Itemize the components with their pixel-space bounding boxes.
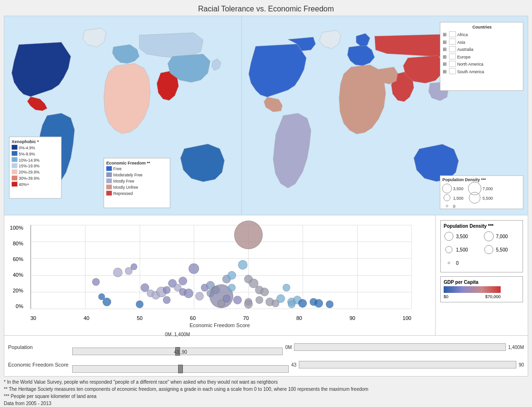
svg-rect-42: [449, 54, 456, 59]
svg-rect-27: [106, 191, 112, 195]
svg-text:7,000: 7,000: [483, 186, 493, 191]
scatter-dot-50[interactable]: [163, 296, 171, 304]
svg-text:Africa: Africa: [457, 32, 467, 37]
scatter-dot-18[interactable]: [195, 292, 204, 300]
gdp-title: GDP per Capita: [444, 280, 520, 285]
svg-text:Mostly Unfree: Mostly Unfree: [114, 185, 138, 190]
econ-slider-row: Economic Freedom Score 43..90 43 90: [8, 357, 524, 373]
scatter-dot-26[interactable]: [228, 271, 236, 280]
svg-point-66: [448, 262, 450, 264]
gdp-labels: $0 $70,000: [444, 294, 501, 299]
svg-point-65: [484, 245, 493, 254]
scatter-dot-27[interactable]: [228, 284, 236, 291]
econ-slider-handle[interactable]: [178, 365, 183, 373]
scatter-grid: [30, 225, 411, 309]
svg-text:3,500: 3,500: [453, 186, 464, 191]
svg-point-63: [484, 232, 494, 241]
svg-rect-45: [449, 61, 456, 67]
svg-text:Countries: Countries: [472, 25, 492, 29]
pop-density-legend: Population Density *** 3,500 7,000 1,: [440, 220, 523, 272]
svg-rect-9: [12, 164, 18, 168]
footnote-1: * In the World Value Survey, people who …: [4, 378, 528, 386]
scatter-dot-3[interactable]: [113, 268, 123, 277]
scatter-dot-44[interactable]: [298, 299, 307, 308]
scatter-dot-5[interactable]: [131, 263, 137, 270]
scatter-dot-16[interactable]: [184, 289, 193, 298]
svg-text:North America: North America: [457, 62, 483, 67]
scatter-section: Xenophobic Population Economic Freedom S…: [4, 215, 528, 336]
population-min-label: 0M: [285, 345, 292, 350]
population-center-label: 0M..1,400M: [165, 332, 190, 337]
population-slider-row: Population 0M..1,400M 0M 1,400M: [8, 339, 524, 355]
svg-rect-39: [449, 46, 456, 52]
pop-density-title: Population Density ***: [444, 223, 520, 229]
scatter-dot-47[interactable]: [326, 300, 333, 308]
footnote-4: Data from 2005 - 2013: [4, 400, 528, 407]
svg-text:5%-9.9%: 5%-9.9%: [19, 152, 36, 156]
gdp-min: $0: [444, 294, 448, 299]
svg-text:5,500: 5,500: [483, 196, 493, 201]
density-item-5500: 5,500: [484, 244, 520, 255]
svg-rect-7: [12, 157, 18, 162]
svg-rect-3: [12, 145, 18, 150]
scatter-dot-49[interactable]: [218, 300, 225, 307]
scatter-dot-2[interactable]: [103, 298, 111, 306]
footnotes: * In the World Value Survey, people who …: [4, 378, 528, 407]
svg-rect-33: [449, 31, 456, 37]
scatter-dot-0[interactable]: [92, 278, 100, 286]
density-item-7000: 7,000: [484, 231, 520, 242]
pop-density-grid: 3,500 7,000 1,500 5,500: [444, 230, 520, 269]
svg-rect-19: [106, 166, 112, 171]
scatter-dot-48[interactable]: [234, 221, 263, 249]
density-item-1500: 1,500: [444, 244, 480, 255]
svg-text:Economic Freedom **: Economic Freedom **: [106, 161, 151, 165]
scatter-legend: Population Density *** 3,500 7,000 1,: [435, 215, 528, 335]
scatter-dot-36[interactable]: [260, 288, 269, 296]
svg-text:Free: Free: [114, 166, 122, 171]
svg-text:Xenophobic *: Xenophobic *: [12, 139, 39, 144]
econ-slider-track[interactable]: [72, 365, 289, 373]
scatter-dot-6[interactable]: [136, 300, 143, 308]
y-axis-labels: 100% 80% 60% 40% 20% 0%: [4, 225, 26, 309]
svg-rect-36: [449, 39, 456, 45]
scatter-dot-11[interactable]: [163, 286, 171, 294]
svg-text:Australia: Australia: [457, 47, 473, 52]
svg-rect-13: [12, 175, 18, 180]
svg-text:20%-29.9%: 20%-29.9%: [19, 170, 40, 174]
svg-text:South America: South America: [457, 69, 484, 74]
svg-text:30%-39.9%: 30%-39.9%: [19, 176, 40, 181]
svg-text:⊞: ⊞: [443, 39, 446, 45]
chart-title: Racial Tolerance vs. Economic Freedom: [0, 0, 532, 16]
scatter-dot-28[interactable]: [233, 296, 242, 304]
scatter-dot-32[interactable]: [244, 300, 253, 309]
svg-text:⊞: ⊞: [443, 69, 446, 74]
svg-text:15%-19.9%: 15%-19.9%: [19, 164, 40, 168]
svg-text:Moderately Free: Moderately Free: [114, 173, 143, 177]
svg-text:⊞: ⊞: [443, 47, 446, 52]
econ-slider-wrapper: 43..90: [72, 357, 289, 373]
svg-rect-25: [106, 184, 112, 189]
x-axis-labels: 30 40 50 60 70 80 90 100: [30, 315, 411, 321]
scatter-dot-39[interactable]: [276, 294, 285, 303]
svg-rect-15: [12, 182, 18, 186]
econ-slider-label: Economic Freedom Score: [8, 362, 70, 368]
scatter-dot-14[interactable]: [179, 277, 187, 285]
scatter-dot-40[interactable]: [283, 284, 290, 291]
scatter-dot-17[interactable]: [189, 263, 199, 274]
econ-max-label: 90: [519, 362, 524, 368]
scatter-dot-46[interactable]: [314, 299, 323, 308]
econ-center-label: 43..90: [174, 349, 187, 355]
svg-text:10%-14.9%: 10%-14.9%: [19, 158, 40, 163]
svg-rect-5: [12, 151, 18, 156]
gdp-gradient: [444, 286, 501, 293]
svg-text:0%-4.9%: 0%-4.9%: [19, 145, 36, 150]
econ-min-label: 43: [291, 362, 296, 368]
scatter-dot-29[interactable]: [238, 260, 247, 270]
slider-section: Population 0M..1,400M 0M 1,400M Economic…: [4, 336, 528, 377]
scatter-dot-35[interactable]: [256, 296, 263, 304]
svg-text:Asia: Asia: [457, 40, 465, 45]
population-max-label: 1,400M: [508, 345, 524, 350]
map-left: Xenophobic * 0%-4.9% 5%-9.9% 10%-14.9% 1…: [4, 16, 242, 215]
svg-text:Repressed: Repressed: [114, 191, 133, 196]
svg-text:Population Density ***: Population Density ***: [442, 177, 486, 182]
